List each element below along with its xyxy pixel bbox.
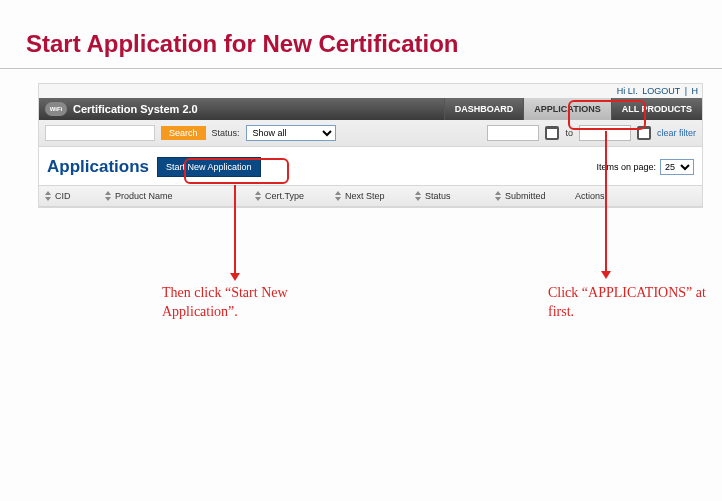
arrow-line (234, 185, 236, 275)
col-cert-label: Cert.Type (265, 191, 304, 201)
sort-icon (45, 191, 52, 201)
table-header-row: CID Product Name Cert.Type Next Step Sta… (39, 185, 702, 207)
sort-icon (495, 191, 502, 201)
section-header: Applications Start New Application Items… (39, 147, 702, 185)
sort-icon (105, 191, 112, 201)
sort-icon (255, 191, 262, 201)
nav-all-products[interactable]: ALL PRODUCTS (611, 98, 702, 120)
topbar: WiFi Certification System 2.0 DASHBOARD … (39, 98, 702, 120)
title-rule (0, 68, 722, 69)
date-from-input[interactable] (487, 125, 539, 141)
col-submitted-label: Submitted (505, 191, 546, 201)
calendar-icon[interactable] (637, 126, 651, 140)
start-new-application-button[interactable]: Start New Application (157, 157, 261, 177)
nav-applications[interactable]: APPLICATIONS (523, 98, 610, 120)
arrow-down-icon (601, 271, 611, 279)
annotation-start-new: Then click “Start New Application”. (162, 284, 342, 322)
col-cid-label: CID (55, 191, 71, 201)
clear-filter-link[interactable]: clear filter (657, 128, 696, 138)
sort-icon (415, 191, 422, 201)
greeting-text: Hi LI. (617, 86, 638, 96)
top-links: Hi LI. LOGOUT | H (39, 84, 702, 98)
items-per-page-select[interactable]: 25 (660, 159, 694, 175)
col-product-label: Product Name (115, 191, 173, 201)
col-next-label: Next Step (345, 191, 385, 201)
sort-icon (335, 191, 342, 201)
logout-link[interactable]: LOGOUT (642, 86, 680, 96)
date-to-label: to (565, 128, 573, 138)
items-per-page: Items on page: 25 (596, 159, 694, 175)
status-label: Status: (212, 128, 240, 138)
col-status-label: Status (425, 191, 451, 201)
page-title: Start Application for New Certification (0, 0, 722, 64)
col-cid[interactable]: CID (39, 191, 99, 201)
search-input[interactable] (45, 125, 155, 141)
arrow-down-icon (230, 273, 240, 281)
col-submitted[interactable]: Submitted (489, 191, 569, 201)
search-button[interactable]: Search (161, 126, 206, 140)
col-actions-label: Actions (575, 191, 605, 201)
calendar-icon[interactable] (545, 126, 559, 140)
col-status[interactable]: Status (409, 191, 489, 201)
system-title: Certification System 2.0 (73, 103, 198, 115)
top-sep: | (685, 86, 687, 96)
col-cert-type[interactable]: Cert.Type (249, 191, 329, 201)
app-shell: Hi LI. LOGOUT | H WiFi Certification Sys… (38, 83, 703, 208)
col-next-step[interactable]: Next Step (329, 191, 409, 201)
applications-heading: Applications (47, 157, 149, 177)
annotation-applications: Click “APPLICATIONS” at first. (548, 284, 708, 322)
col-actions: Actions (569, 191, 649, 201)
filter-bar: Search Status: Show all to clear filter (39, 120, 702, 147)
help-link[interactable]: H (692, 86, 699, 96)
status-select[interactable]: Show all (246, 125, 336, 141)
nav-dashboard[interactable]: DASHBOARD (444, 98, 524, 120)
arrow-line (605, 131, 607, 273)
wifi-logo-icon: WiFi (45, 102, 67, 116)
col-product-name[interactable]: Product Name (99, 191, 249, 201)
